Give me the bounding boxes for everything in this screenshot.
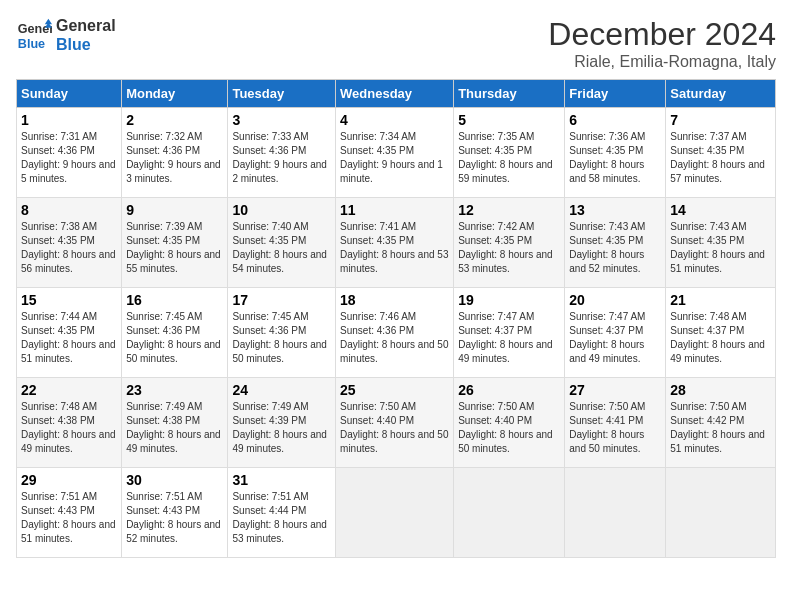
calendar-cell: 17 Sunrise: 7:45 AMSunset: 4:36 PMDaylig… <box>228 288 336 378</box>
day-detail: Sunrise: 7:34 AMSunset: 4:35 PMDaylight:… <box>340 131 443 184</box>
header-saturday: Saturday <box>666 80 776 108</box>
day-number: 19 <box>458 292 560 308</box>
day-detail: Sunrise: 7:40 AMSunset: 4:35 PMDaylight:… <box>232 221 327 274</box>
day-detail: Sunrise: 7:33 AMSunset: 4:36 PMDaylight:… <box>232 131 327 184</box>
day-number: 13 <box>569 202 661 218</box>
day-number: 16 <box>126 292 223 308</box>
calendar-cell: 4 Sunrise: 7:34 AMSunset: 4:35 PMDayligh… <box>336 108 454 198</box>
calendar-cell: 25 Sunrise: 7:50 AMSunset: 4:40 PMDaylig… <box>336 378 454 468</box>
day-number: 29 <box>21 472 117 488</box>
day-number: 4 <box>340 112 449 128</box>
calendar-cell: 26 Sunrise: 7:50 AMSunset: 4:40 PMDaylig… <box>454 378 565 468</box>
day-detail: Sunrise: 7:43 AMSunset: 4:35 PMDaylight:… <box>670 221 765 274</box>
day-number: 24 <box>232 382 331 398</box>
logo: General Blue General Blue <box>16 16 116 54</box>
calendar-cell: 14 Sunrise: 7:43 AMSunset: 4:35 PMDaylig… <box>666 198 776 288</box>
day-number: 10 <box>232 202 331 218</box>
logo-blue: Blue <box>56 35 116 54</box>
calendar-cell: 21 Sunrise: 7:48 AMSunset: 4:37 PMDaylig… <box>666 288 776 378</box>
day-detail: Sunrise: 7:45 AMSunset: 4:36 PMDaylight:… <box>126 311 221 364</box>
day-number: 26 <box>458 382 560 398</box>
header-friday: Friday <box>565 80 666 108</box>
day-detail: Sunrise: 7:46 AMSunset: 4:36 PMDaylight:… <box>340 311 448 364</box>
day-detail: Sunrise: 7:35 AMSunset: 4:35 PMDaylight:… <box>458 131 553 184</box>
day-detail: Sunrise: 7:48 AMSunset: 4:37 PMDaylight:… <box>670 311 765 364</box>
day-detail: Sunrise: 7:50 AMSunset: 4:40 PMDaylight:… <box>458 401 553 454</box>
calendar-cell: 15 Sunrise: 7:44 AMSunset: 4:35 PMDaylig… <box>17 288 122 378</box>
calendar-cell: 24 Sunrise: 7:49 AMSunset: 4:39 PMDaylig… <box>228 378 336 468</box>
day-detail: Sunrise: 7:32 AMSunset: 4:36 PMDaylight:… <box>126 131 221 184</box>
day-detail: Sunrise: 7:41 AMSunset: 4:35 PMDaylight:… <box>340 221 448 274</box>
calendar-cell: 28 Sunrise: 7:50 AMSunset: 4:42 PMDaylig… <box>666 378 776 468</box>
day-number: 17 <box>232 292 331 308</box>
day-number: 31 <box>232 472 331 488</box>
day-number: 8 <box>21 202 117 218</box>
day-detail: Sunrise: 7:49 AMSunset: 4:39 PMDaylight:… <box>232 401 327 454</box>
day-detail: Sunrise: 7:49 AMSunset: 4:38 PMDaylight:… <box>126 401 221 454</box>
day-detail: Sunrise: 7:48 AMSunset: 4:38 PMDaylight:… <box>21 401 116 454</box>
day-detail: Sunrise: 7:51 AMSunset: 4:43 PMDaylight:… <box>126 491 221 544</box>
day-detail: Sunrise: 7:50 AMSunset: 4:40 PMDaylight:… <box>340 401 448 454</box>
calendar-cell: 8 Sunrise: 7:38 AMSunset: 4:35 PMDayligh… <box>17 198 122 288</box>
calendar-week-3: 15 Sunrise: 7:44 AMSunset: 4:35 PMDaylig… <box>17 288 776 378</box>
header-wednesday: Wednesday <box>336 80 454 108</box>
day-number: 20 <box>569 292 661 308</box>
logo-general: General <box>56 16 116 35</box>
header-monday: Monday <box>122 80 228 108</box>
day-number: 23 <box>126 382 223 398</box>
calendar-cell: 18 Sunrise: 7:46 AMSunset: 4:36 PMDaylig… <box>336 288 454 378</box>
day-detail: Sunrise: 7:45 AMSunset: 4:36 PMDaylight:… <box>232 311 327 364</box>
subtitle: Riale, Emilia-Romagna, Italy <box>548 53 776 71</box>
day-detail: Sunrise: 7:51 AMSunset: 4:43 PMDaylight:… <box>21 491 116 544</box>
calendar-cell <box>565 468 666 558</box>
calendar-cell: 7 Sunrise: 7:37 AMSunset: 4:35 PMDayligh… <box>666 108 776 198</box>
calendar-week-2: 8 Sunrise: 7:38 AMSunset: 4:35 PMDayligh… <box>17 198 776 288</box>
header-tuesday: Tuesday <box>228 80 336 108</box>
svg-text:General: General <box>18 22 52 36</box>
calendar-cell: 27 Sunrise: 7:50 AMSunset: 4:41 PMDaylig… <box>565 378 666 468</box>
day-number: 3 <box>232 112 331 128</box>
calendar-week-1: 1 Sunrise: 7:31 AMSunset: 4:36 PMDayligh… <box>17 108 776 198</box>
calendar-cell <box>336 468 454 558</box>
header-thursday: Thursday <box>454 80 565 108</box>
day-detail: Sunrise: 7:43 AMSunset: 4:35 PMDaylight:… <box>569 221 645 274</box>
calendar-table: SundayMondayTuesdayWednesdayThursdayFrid… <box>16 79 776 558</box>
day-detail: Sunrise: 7:38 AMSunset: 4:35 PMDaylight:… <box>21 221 116 274</box>
day-detail: Sunrise: 7:37 AMSunset: 4:35 PMDaylight:… <box>670 131 765 184</box>
calendar-cell: 11 Sunrise: 7:41 AMSunset: 4:35 PMDaylig… <box>336 198 454 288</box>
day-detail: Sunrise: 7:42 AMSunset: 4:35 PMDaylight:… <box>458 221 553 274</box>
calendar-cell: 20 Sunrise: 7:47 AMSunset: 4:37 PMDaylig… <box>565 288 666 378</box>
calendar-cell: 3 Sunrise: 7:33 AMSunset: 4:36 PMDayligh… <box>228 108 336 198</box>
day-number: 15 <box>21 292 117 308</box>
calendar-cell: 23 Sunrise: 7:49 AMSunset: 4:38 PMDaylig… <box>122 378 228 468</box>
calendar-week-5: 29 Sunrise: 7:51 AMSunset: 4:43 PMDaylig… <box>17 468 776 558</box>
day-number: 7 <box>670 112 771 128</box>
day-number: 27 <box>569 382 661 398</box>
logo-icon: General Blue <box>16 17 52 53</box>
day-detail: Sunrise: 7:44 AMSunset: 4:35 PMDaylight:… <box>21 311 116 364</box>
header: General Blue General Blue December 2024 … <box>16 16 776 71</box>
day-number: 1 <box>21 112 117 128</box>
day-detail: Sunrise: 7:39 AMSunset: 4:35 PMDaylight:… <box>126 221 221 274</box>
calendar-cell: 16 Sunrise: 7:45 AMSunset: 4:36 PMDaylig… <box>122 288 228 378</box>
day-number: 22 <box>21 382 117 398</box>
title-block: December 2024 Riale, Emilia-Romagna, Ita… <box>548 16 776 71</box>
calendar-cell: 31 Sunrise: 7:51 AMSunset: 4:44 PMDaylig… <box>228 468 336 558</box>
day-number: 11 <box>340 202 449 218</box>
day-number: 30 <box>126 472 223 488</box>
calendar-cell: 2 Sunrise: 7:32 AMSunset: 4:36 PMDayligh… <box>122 108 228 198</box>
day-number: 2 <box>126 112 223 128</box>
calendar-cell: 12 Sunrise: 7:42 AMSunset: 4:35 PMDaylig… <box>454 198 565 288</box>
day-detail: Sunrise: 7:36 AMSunset: 4:35 PMDaylight:… <box>569 131 645 184</box>
day-number: 6 <box>569 112 661 128</box>
calendar-cell: 1 Sunrise: 7:31 AMSunset: 4:36 PMDayligh… <box>17 108 122 198</box>
calendar-cell: 6 Sunrise: 7:36 AMSunset: 4:35 PMDayligh… <box>565 108 666 198</box>
day-detail: Sunrise: 7:47 AMSunset: 4:37 PMDaylight:… <box>569 311 645 364</box>
day-number: 18 <box>340 292 449 308</box>
calendar-cell: 5 Sunrise: 7:35 AMSunset: 4:35 PMDayligh… <box>454 108 565 198</box>
day-number: 12 <box>458 202 560 218</box>
header-sunday: Sunday <box>17 80 122 108</box>
day-detail: Sunrise: 7:31 AMSunset: 4:36 PMDaylight:… <box>21 131 116 184</box>
calendar-cell: 10 Sunrise: 7:40 AMSunset: 4:35 PMDaylig… <box>228 198 336 288</box>
calendar-cell: 13 Sunrise: 7:43 AMSunset: 4:35 PMDaylig… <box>565 198 666 288</box>
